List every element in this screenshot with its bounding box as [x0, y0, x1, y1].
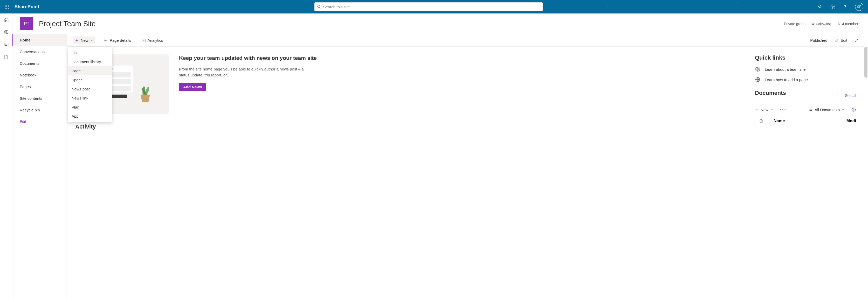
nav-item-documents[interactable]: Documents	[12, 58, 67, 69]
svg-line-26	[857, 39, 858, 40]
documents-header: Documents See all	[755, 90, 856, 102]
chevron-down-icon	[90, 39, 93, 42]
analytics-button[interactable]: Analytics	[140, 36, 165, 44]
documents-new-button[interactable]: New	[755, 107, 773, 112]
quicklink-add-page[interactable]: Learn how to add a page	[755, 77, 856, 82]
user-avatar[interactable]: CP	[855, 3, 863, 11]
documents-see-all[interactable]: See all	[845, 94, 856, 98]
svg-point-18	[838, 23, 839, 24]
new-menu-dropdown: List Document library Page Space News po…	[68, 47, 112, 122]
svg-point-1	[6, 5, 7, 6]
name-column-header[interactable]: Name	[774, 119, 789, 123]
svg-point-5	[8, 6, 9, 7]
globe-icon	[755, 66, 761, 72]
nav-edit-link[interactable]: Edit	[12, 116, 67, 127]
search-input[interactable]	[323, 5, 540, 9]
site-header: PT Project Team Site Private group ★ Fol…	[12, 13, 868, 34]
news-rail-icon[interactable]	[4, 42, 9, 47]
edit-page-button[interactable]: Edit	[833, 36, 849, 44]
info-icon[interactable]	[851, 107, 856, 112]
help-icon[interactable]	[843, 4, 848, 9]
quicklinks-heading: Quick links	[755, 55, 856, 61]
svg-point-7	[6, 8, 7, 9]
site-title[interactable]: Project Team Site	[39, 20, 96, 28]
members-link[interactable]: 4 members	[837, 22, 860, 26]
expand-icon[interactable]	[855, 38, 859, 42]
svg-point-12	[845, 8, 845, 8]
svg-rect-14	[4, 43, 8, 46]
modified-column-header[interactable]: Modi	[846, 119, 856, 123]
svg-point-3	[5, 6, 6, 7]
add-news-button[interactable]: Add News	[179, 82, 206, 91]
privacy-label: Private group	[784, 22, 805, 26]
chevron-down-icon	[786, 120, 789, 123]
svg-point-6	[5, 8, 6, 9]
app-launcher-button[interactable]	[0, 0, 13, 13]
svg-point-11	[832, 6, 834, 7]
megaphone-icon[interactable]	[818, 4, 823, 9]
home-icon[interactable]	[4, 17, 9, 22]
content-area: Keep your team updated with news on your…	[67, 47, 864, 299]
view-icon	[809, 108, 813, 112]
svg-point-2	[8, 5, 9, 6]
nav-item-conversations[interactable]: Conversations	[12, 46, 67, 58]
new-menu-list[interactable]: List	[68, 48, 112, 57]
new-menu-news-post[interactable]: News post	[68, 85, 112, 94]
news-webpart: Keep your team updated with news on your…	[75, 55, 745, 114]
search-icon	[317, 5, 321, 9]
star-icon: ★	[811, 22, 815, 26]
new-button[interactable]: New	[73, 36, 95, 44]
news-text: Keep your team updated with news on your…	[179, 55, 317, 91]
site-logo[interactable]: PT	[20, 18, 33, 30]
brand-label[interactable]: SharePoint	[14, 4, 39, 9]
side-column: Quick links Learn about a team site Lear…	[755, 55, 856, 291]
app-rail	[0, 13, 12, 299]
new-menu-space[interactable]: Space	[68, 75, 112, 85]
person-icon	[837, 22, 840, 26]
globe-icon[interactable]	[4, 30, 9, 35]
site-leftnav: Home Conversations Documents Notebook Pa…	[12, 34, 67, 299]
file-type-col[interactable]	[755, 119, 774, 123]
page-details-button[interactable]: Page details	[102, 36, 133, 44]
globe-icon	[755, 77, 761, 82]
new-menu-page[interactable]: Page	[68, 66, 112, 75]
following-toggle[interactable]: ★ Following	[811, 22, 831, 26]
search-box[interactable]	[314, 2, 543, 11]
gear-icon[interactable]	[830, 4, 835, 9]
documents-command-bar: New ••• All Documents	[755, 105, 856, 114]
nav-item-notebook[interactable]: Notebook	[12, 69, 67, 81]
nav-item-home[interactable]: Home	[12, 34, 67, 46]
news-heading: Keep your team updated with news on your…	[179, 55, 317, 62]
published-label: Published	[810, 38, 827, 42]
command-bar: New Page details Analytics Published Edi…	[67, 34, 864, 47]
waffle-icon	[4, 4, 9, 9]
documents-view-selector[interactable]: All Documents	[809, 107, 845, 112]
quicklink-team-site[interactable]: Learn about a team site	[755, 66, 856, 72]
svg-point-8	[8, 8, 9, 9]
svg-point-4	[6, 6, 7, 7]
svg-point-0	[5, 5, 6, 6]
pencil-icon	[835, 38, 839, 42]
file-rail-icon[interactable]	[4, 55, 9, 60]
scrollbar-thumb[interactable]	[864, 47, 867, 78]
plus-icon	[75, 38, 79, 42]
new-menu-document-library[interactable]: Document library	[68, 57, 112, 66]
suite-header: SharePoint CP	[0, 0, 868, 13]
main-column: Keep your team updated with news on your…	[75, 55, 745, 291]
nav-item-pages[interactable]: Pages	[12, 81, 67, 93]
activity-heading: Activity	[75, 123, 745, 130]
search-container	[314, 2, 543, 11]
new-menu-plan[interactable]: Plan	[68, 103, 112, 112]
nav-item-site-contents[interactable]: Site contents	[12, 93, 67, 104]
site-meta: Private group ★ Following 4 members	[784, 22, 860, 26]
new-menu-news-link[interactable]: News link	[68, 94, 112, 103]
svg-line-27	[855, 40, 857, 42]
analytics-icon	[142, 38, 146, 42]
svg-point-9	[317, 5, 320, 7]
main-region: New Page details Analytics Published Edi…	[67, 34, 864, 299]
nav-item-recycle-bin[interactable]: Recycle bin	[12, 104, 67, 116]
page-body: Home Conversations Documents Notebook Pa…	[12, 34, 864, 299]
documents-overflow[interactable]: •••	[780, 107, 786, 112]
news-body: From the site home page you'll be able t…	[179, 66, 309, 78]
new-menu-app[interactable]: App	[68, 112, 112, 121]
